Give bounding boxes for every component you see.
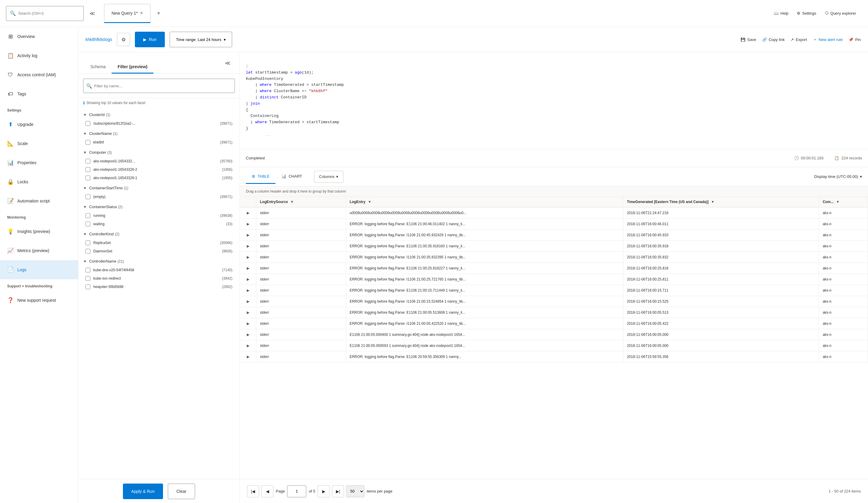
schema-tab[interactable]: Schema (84, 61, 112, 74)
clear-button[interactable]: Clear (168, 484, 195, 499)
logentry-filter-icon[interactable]: ▼ (368, 200, 372, 204)
apply-run-button[interactable]: Apply & Run (123, 484, 163, 499)
expand-row-button[interactable]: ▶ (245, 265, 251, 271)
facet-computer-2-checkbox[interactable] (85, 176, 90, 180)
expand-row-button[interactable]: ▶ (245, 321, 251, 327)
status-records-area: 📋 224 records (834, 156, 862, 160)
sidebar-item-insights[interactable]: 💡 Insights (preview) (0, 222, 78, 241)
expand-row-button[interactable]: ▶ (245, 310, 251, 315)
filter-name-input[interactable] (83, 78, 235, 93)
facet-containerstarttime-0-checkbox[interactable] (85, 195, 90, 199)
facet-controllername: ▼ ControllerName (21) kube-dns-v20-54f74… (79, 256, 240, 291)
filter-preview-tab[interactable]: Filter (preview) (112, 61, 153, 74)
expand-row-button[interactable]: ▶ (245, 343, 251, 349)
resource-link[interactable]: khk8hfk8slogs (85, 37, 112, 42)
per-page-selector[interactable]: 50 100 200 (347, 485, 364, 497)
run-button[interactable]: ▶ Run (135, 32, 165, 47)
facet-item: aks-nodepool1-1654332... (35760) (81, 157, 237, 165)
facet-clusterid-0-checkbox[interactable] (85, 121, 90, 126)
link-icon: 🔗 (762, 38, 767, 42)
search-input[interactable] (18, 11, 80, 15)
clock-icon: 🕐 (794, 156, 799, 160)
sidebar-item-overview[interactable]: ⊞ Overview (0, 27, 78, 46)
facet-controllerkind-1-checkbox[interactable] (85, 249, 90, 254)
computer-filter-icon[interactable]: ▼ (836, 200, 840, 204)
sidebar-item-upgrade[interactable]: ⬆ Upgrade (0, 115, 78, 134)
facet-computer-items: aks-nodepool1-1654332... (35760) aks-nod… (79, 157, 240, 182)
add-tab-button[interactable]: + (152, 6, 166, 21)
timegenerated-filter-icon[interactable]: ▼ (711, 200, 715, 204)
sidebar-item-scale[interactable]: 📐 Scale (0, 134, 78, 153)
facet-controllername-1-checkbox[interactable] (85, 276, 90, 281)
facet-clusterid: ▼ ClusterId (1) /subscriptions/812f1ba2-… (79, 110, 240, 128)
expand-row-button[interactable]: ▶ (245, 221, 251, 227)
results-toolbar: ⊞ TABLE 📊 CHART Columns ▾ Display time (… (240, 167, 868, 186)
display-time-selector[interactable]: Display time (UTC-05:00) ▾ (814, 174, 862, 179)
save-button[interactable]: 💾 Save (741, 38, 756, 42)
export-button[interactable]: ↗ Export (790, 38, 807, 42)
entry-cell: u0008u0008u0008u0008u0008u0008u0008u0008… (346, 207, 623, 219)
facet-controllername-2-checkbox[interactable] (85, 284, 90, 289)
query-explorer-button[interactable]: 🗨 Query explorer (825, 11, 856, 15)
facet-controllerkind-header[interactable]: ▼ ControllerKind (2) (79, 229, 240, 239)
facet-computer-0-checkbox[interactable] (85, 159, 90, 164)
facet-clusterid-header[interactable]: ▼ ClusterId (1) (79, 110, 240, 119)
expand-row-button[interactable]: ▶ (245, 276, 251, 282)
facet-containerstarttime-header[interactable]: ▼ ContainerStartTime (1) (79, 183, 240, 192)
expand-row-button[interactable]: ▶ (245, 254, 251, 260)
page-number-input[interactable] (287, 485, 306, 497)
facet-controllerkind-0-checkbox[interactable] (85, 240, 90, 245)
new-query-tab[interactable]: New Query 1* × (104, 4, 151, 23)
source-cell: stderr (256, 296, 346, 307)
expand-row-button[interactable]: ▶ (245, 354, 251, 360)
facet-computer-header[interactable]: ▼ Computer (3) (79, 148, 240, 157)
table-view-button[interactable]: ⊞ TABLE (246, 170, 276, 184)
sidebar-item-properties[interactable]: 📊 Properties (0, 153, 78, 172)
expand-cell: ▶ (240, 241, 256, 252)
sidebar-item-automation-script[interactable]: 📝 Automation script (0, 191, 78, 211)
code-editor[interactable]: | let startTimestamp = ago(1d); KubePodI… (240, 52, 868, 149)
new-alert-rule-button[interactable]: ＋ New alert rule (813, 37, 843, 42)
filter-settings-button[interactable]: ⚙ (117, 33, 130, 46)
source-cell: stderr (256, 285, 346, 296)
expand-row-button[interactable]: ▶ (245, 332, 251, 338)
chart-view-button[interactable]: 📊 CHART (276, 170, 308, 184)
table-icon: 📋 (834, 156, 839, 160)
sidebar-item-locks[interactable]: 🔒 Locks (0, 172, 78, 191)
collapse-icon: ▼ (83, 232, 87, 236)
sidebar-item-logs[interactable]: 📄 Logs (0, 260, 78, 279)
sidebar-item-tags[interactable]: 🏷 Tags (0, 84, 78, 104)
facet-clustername-0-checkbox[interactable] (85, 140, 90, 145)
expand-row-button[interactable]: ▶ (245, 243, 251, 249)
collapse-sidebar-button[interactable]: ≪ (86, 8, 98, 19)
settings-button[interactable]: ⚙ Settings (797, 11, 816, 15)
last-page-button[interactable]: ▶| (332, 485, 344, 497)
expand-row-button[interactable]: ▶ (245, 298, 251, 304)
expand-row-button[interactable]: ▶ (245, 232, 251, 238)
collapse-filter-button[interactable]: ≪ (221, 57, 234, 69)
sidebar-item-new-support[interactable]: ❓ New support request (0, 291, 78, 310)
facet-containerstatus-header[interactable]: ▼ ContainerStatus (2) (79, 202, 240, 211)
copy-link-button[interactable]: 🔗 Copy link (762, 38, 785, 42)
sidebar-item-activity-log[interactable]: 📋 Activity log (0, 46, 78, 65)
tab-close-icon[interactable]: × (140, 10, 143, 16)
next-page-button[interactable]: ▶ (318, 485, 330, 497)
facet-containerstatus-1-checkbox[interactable] (85, 222, 90, 227)
help-button[interactable]: 📖 Help (774, 11, 788, 15)
logentrysource-filter-icon[interactable]: ▼ (290, 200, 294, 204)
sidebar-item-access-control[interactable]: 🛡 Access control (IAM) (0, 65, 78, 84)
expand-row-button[interactable]: ▶ (245, 287, 251, 293)
sidebar-item-metrics[interactable]: 📈 Metrics (preview) (0, 241, 78, 260)
first-page-button[interactable]: |◀ (247, 485, 259, 497)
columns-button[interactable]: Columns ▾ (314, 171, 343, 183)
prev-page-button[interactable]: ◀ (261, 485, 273, 497)
expand-row-button[interactable]: ▶ (245, 210, 251, 216)
facet-computer-1-checkbox[interactable] (85, 167, 90, 172)
facet-clustername-header[interactable]: ▼ ClusterName (1) (79, 129, 240, 138)
facet-controllername-0-checkbox[interactable] (85, 268, 90, 272)
time-range-button[interactable]: Time range: Last 24 hours ▾ (169, 32, 232, 47)
pin-button[interactable]: 📌 Pin (849, 38, 861, 42)
facet-controllername-header[interactable]: ▼ ControllerName (21) (79, 256, 240, 266)
facet-containerstatus-0-checkbox[interactable] (85, 213, 90, 218)
entry-cell: ERROR: logging before flag.Parse: E1106 … (346, 263, 623, 274)
